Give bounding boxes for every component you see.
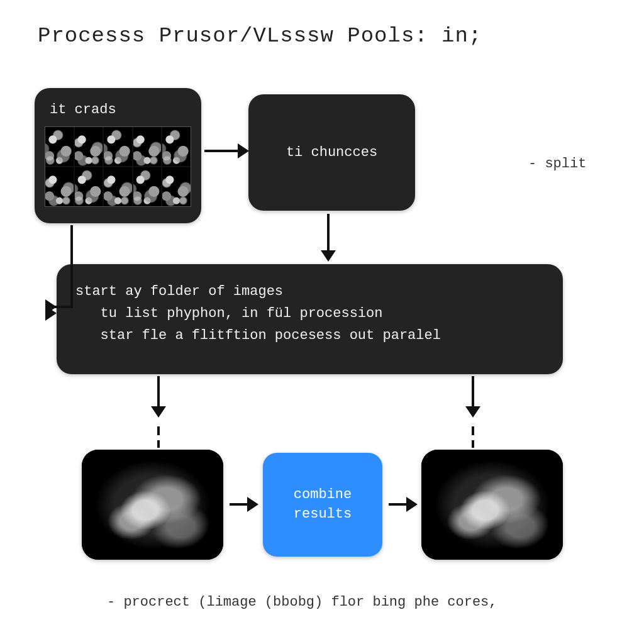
thumbnail — [75, 167, 103, 206]
page-title: Processs Prusor/VLsssw Pools: in; — [38, 24, 482, 48]
node-result-left — [82, 450, 223, 560]
code-line: start ay folder of images — [75, 284, 283, 299]
thumbnail — [75, 127, 103, 166]
node-combine: combine results — [263, 453, 382, 557]
node-process: start ay folder of images tu list phypho… — [57, 264, 563, 374]
annotation-caption: - procrect (limage (bbobg) flor bing phe… — [107, 594, 497, 610]
node-chunks-label: ti chuncces — [286, 145, 377, 160]
node-process-text: start ay folder of images tu list phypho… — [75, 280, 544, 347]
node-input-label: it crads — [50, 102, 191, 118]
result-image — [82, 450, 223, 560]
thumbnail — [104, 127, 132, 166]
text-line: results — [294, 506, 352, 522]
thumbnail — [162, 127, 191, 166]
thumbnail — [45, 127, 74, 166]
node-input-images: it crads — [35, 88, 201, 223]
thumbnail — [104, 167, 132, 206]
arrow-a-to-c-connector — [45, 306, 72, 308]
node-chunks: ti chuncces — [248, 94, 415, 211]
code-line: star fle a flitftion pocesess out parale… — [75, 328, 441, 343]
text-line: combine — [294, 487, 352, 502]
thumbnail — [162, 167, 191, 206]
thumbnail — [133, 127, 162, 166]
annotation-split: - split — [528, 156, 586, 172]
node-combine-label: combine results — [294, 486, 352, 525]
code-line: tu list phyphon, in fül procession — [75, 306, 382, 321]
thumbnail — [133, 167, 162, 206]
thumbnail — [45, 167, 74, 206]
thumbnail-grid — [45, 126, 191, 207]
result-image — [421, 450, 563, 560]
diagram-canvas: Processs Prusor/VLsssw Pools: in; it cra… — [0, 0, 644, 644]
node-result-right — [421, 450, 563, 560]
